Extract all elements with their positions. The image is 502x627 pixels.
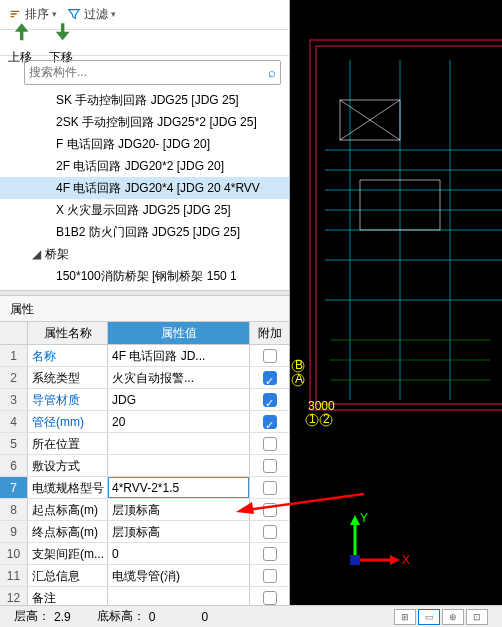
dim-3000-a: 3000 — [290, 343, 293, 370]
search-row: ⌕ — [24, 60, 281, 86]
property-name: 汇总信息 — [28, 565, 108, 586]
property-extra[interactable] — [249, 521, 289, 542]
tree-item[interactable]: 2SK 手动控制回路 JDG25*2 [JDG 25] — [0, 111, 289, 133]
svg-text:X: X — [402, 553, 410, 567]
row-number: 6 — [0, 455, 28, 476]
property-name: 名称 — [28, 345, 108, 366]
tree-item[interactable]: B1B2 防火门回路 JDG25 [JDG 25] — [0, 221, 289, 243]
property-extra[interactable] — [249, 499, 289, 520]
property-row[interactable]: 8起点标高(m)层顶标高 — [0, 499, 289, 521]
checkbox-icon[interactable] — [263, 481, 277, 495]
property-value[interactable] — [108, 587, 249, 605]
property-value[interactable]: 0 — [108, 543, 249, 564]
property-row[interactable]: 6敷设方式 — [0, 455, 289, 477]
property-value[interactable] — [108, 455, 249, 476]
floor-height-value: 2.9 — [54, 610, 71, 624]
property-row[interactable]: 1名称4F 电话回路 JD... — [0, 345, 289, 367]
property-name: 终点标高(m) — [28, 521, 108, 542]
property-row[interactable]: 9终点标高(m)层顶标高 — [0, 521, 289, 543]
property-extra[interactable] — [249, 565, 289, 586]
property-row[interactable]: 5所在位置 — [0, 433, 289, 455]
header-extra: 附加 — [249, 322, 289, 344]
property-extra[interactable] — [249, 411, 289, 432]
toolbar-1: 排序 ▾ 过滤 ▾ — [0, 0, 289, 30]
property-row[interactable]: 2系统类型火灾自动报警... — [0, 367, 289, 389]
row-number: 9 — [0, 521, 28, 542]
property-name: 电缆规格型号 — [28, 477, 108, 498]
property-value[interactable]: JDG — [108, 389, 249, 410]
property-value[interactable]: 层顶标高 — [108, 499, 249, 520]
checkbox-icon[interactable] — [263, 547, 277, 561]
property-extra[interactable] — [249, 345, 289, 366]
property-extra[interactable] — [249, 477, 289, 498]
arrow-down-icon — [49, 35, 76, 49]
properties-title: 属性 — [0, 296, 289, 322]
move-up-button[interactable]: 上移 — [8, 18, 35, 65]
property-value[interactable]: 电缆导管(消) — [108, 565, 249, 586]
checkbox-icon[interactable] — [263, 591, 277, 605]
tree-group[interactable]: ◢ 桥架 — [0, 243, 289, 265]
property-value[interactable]: 4*RVV-2*1.5 — [108, 477, 249, 498]
dim-3000-b: 3000 — [308, 399, 335, 413]
property-row[interactable]: 11汇总信息电缆导管(消) — [0, 565, 289, 587]
properties-body: 1名称4F 电话回路 JD...2系统类型火灾自动报警...3导管材质JDG4管… — [0, 345, 289, 605]
tree-item[interactable]: SK 手动控制回路 JDG25 [JDG 25] — [0, 89, 289, 111]
property-row[interactable]: 3导管材质JDG — [0, 389, 289, 411]
property-value[interactable]: 20 — [108, 411, 249, 432]
checkbox-icon[interactable] — [263, 349, 277, 363]
checkbox-icon[interactable] — [263, 393, 277, 407]
property-extra[interactable] — [249, 455, 289, 476]
svg-text:2: 2 — [323, 412, 330, 426]
floor-height-label: 层高： — [14, 608, 50, 625]
axis-gizmo: Y X — [350, 511, 410, 567]
property-row[interactable]: 7电缆规格型号4*RVV-2*1.5 — [0, 477, 289, 499]
row-number: 4 — [0, 411, 28, 432]
checkbox-icon[interactable] — [263, 503, 277, 517]
property-name: 支架间距(m... — [28, 543, 108, 564]
status-zero: 0 — [201, 610, 208, 624]
search-icon[interactable]: ⌕ — [268, 65, 276, 80]
svg-rect-1 — [316, 46, 502, 404]
property-name: 起点标高(m) — [28, 499, 108, 520]
property-name: 敷设方式 — [28, 455, 108, 476]
move-down-button[interactable]: 下移 — [49, 18, 76, 65]
property-extra[interactable] — [249, 543, 289, 564]
checkbox-icon[interactable] — [263, 569, 277, 583]
search-input[interactable] — [29, 65, 268, 79]
property-value[interactable]: 层顶标高 — [108, 521, 249, 542]
tree-item[interactable]: 2F 电话回路 JDG20*2 [JDG 20] — [0, 155, 289, 177]
property-row[interactable]: 10支架间距(m...0 — [0, 543, 289, 565]
property-value[interactable] — [108, 433, 249, 454]
row-number: 2 — [0, 367, 28, 388]
tree-item[interactable]: 150*100消防桥架 [钢制桥架 150 1 — [0, 265, 289, 287]
view-mode-2[interactable]: ▭ — [418, 609, 440, 625]
collapse-icon: ◢ — [32, 245, 42, 263]
component-tree[interactable]: SK 手动控制回路 JDG25 [JDG 25]2SK 手动控制回路 JDG25… — [0, 87, 289, 289]
tree-item[interactable]: 4F 电话回路 JDG20*4 [JDG 20 4*RVV — [0, 177, 289, 199]
property-extra[interactable] — [249, 389, 289, 410]
property-row[interactable]: 12备注 — [0, 587, 289, 605]
checkbox-icon[interactable] — [263, 525, 277, 539]
property-extra[interactable] — [249, 367, 289, 388]
chevron-down-icon: ▾ — [111, 9, 116, 19]
tree-item[interactable]: X 火灾显示回路 JDG25 [JDG 25] — [0, 199, 289, 221]
svg-text:A: A — [295, 372, 303, 386]
row-number: 5 — [0, 433, 28, 454]
status-bar: 层高： 2.9 底标高： 0 0 ⊞ ▭ ⊕ ⊡ — [0, 605, 502, 627]
property-value[interactable]: 火灾自动报警... — [108, 367, 249, 388]
checkbox-icon[interactable] — [263, 415, 277, 429]
property-name: 导管材质 — [28, 389, 108, 410]
view-mode-4[interactable]: ⊡ — [466, 609, 488, 625]
checkbox-icon[interactable] — [263, 371, 277, 385]
header-value[interactable]: 属性值 — [108, 322, 249, 344]
checkbox-icon[interactable] — [263, 437, 277, 451]
view-mode-3[interactable]: ⊕ — [442, 609, 464, 625]
cad-canvas[interactable]: 3000 3000 B A 1 2 Y X — [290, 0, 502, 605]
checkbox-icon[interactable] — [263, 459, 277, 473]
property-extra[interactable] — [249, 587, 289, 605]
property-value[interactable]: 4F 电话回路 JD... — [108, 345, 249, 366]
tree-item[interactable]: F 电话回路 JDG20- [JDG 20] — [0, 133, 289, 155]
property-row[interactable]: 4管径(mm)20 — [0, 411, 289, 433]
view-mode-1[interactable]: ⊞ — [394, 609, 416, 625]
svg-marker-28 — [350, 515, 360, 525]
